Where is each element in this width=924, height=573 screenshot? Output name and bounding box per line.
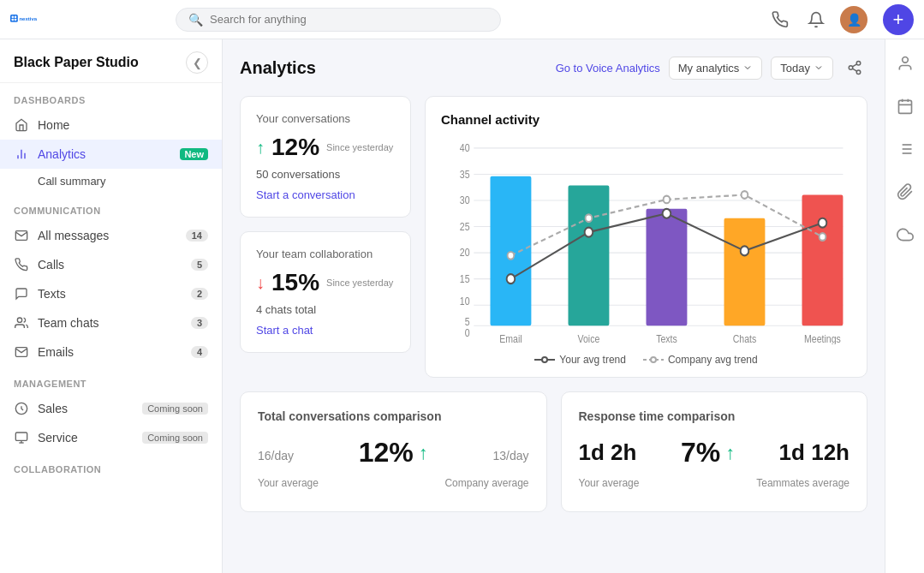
response-comparison-row: 1d 2h 7% ↑ 1d 12h: [579, 437, 850, 469]
svg-rect-40: [802, 194, 844, 325]
bar-chart: 40 35 30 25 20 15 10 5 0: [441, 139, 851, 344]
list-icon[interactable]: [891, 135, 919, 163]
svg-text:nextiva: nextiva: [19, 15, 37, 21]
response-time-card: Response time comparison 1d 2h 7% ↑ 1d 1…: [561, 391, 868, 512]
sidebar-item-call-summary[interactable]: Call summary: [0, 169, 222, 194]
main-content: Analytics Go to Voice Analytics My analy…: [223, 39, 885, 573]
sidebar-item-sales[interactable]: Sales Coming soon: [0, 394, 222, 423]
svg-point-50: [820, 233, 826, 241]
cloud-icon[interactable]: [891, 221, 919, 248]
svg-rect-2: [15, 15, 16, 17]
cards-row: Your conversations ↑ 12% Since yesterday…: [240, 96, 867, 378]
svg-rect-61: [898, 100, 911, 113]
svg-point-60: [902, 57, 908, 63]
response-teammates-avg: 1d 12h: [779, 439, 849, 466]
svg-point-42: [585, 228, 593, 237]
response-time-title: Response time comparison: [579, 409, 850, 423]
analytics-new-badge: New: [180, 148, 208, 160]
sales-coming-soon-badge: Coming soon: [142, 403, 208, 415]
collaboration-percent: 15%: [271, 269, 319, 296]
svg-text:Chats: Chats: [733, 333, 757, 344]
add-button[interactable]: +: [883, 4, 914, 35]
analytics-label: Analytics: [38, 147, 171, 161]
svg-text:30: 30: [460, 195, 470, 206]
sidebar-item-team-chats[interactable]: Team chats 3: [0, 308, 222, 337]
sidebar-item-all-messages[interactable]: All messages 14: [0, 221, 222, 250]
sales-icon: [14, 401, 29, 416]
svg-rect-38: [647, 209, 688, 325]
response-labels-row: Your average Teammates average: [579, 474, 850, 489]
search-input[interactable]: [210, 13, 488, 26]
total-comparison-row: 16/day 12% ↑ 13/day: [258, 437, 529, 469]
texts-icon: [14, 286, 29, 301]
svg-point-59: [651, 357, 656, 362]
page-title: Analytics: [240, 58, 556, 78]
service-label: Service: [38, 431, 134, 445]
svg-text:40: 40: [460, 143, 470, 154]
search-bar[interactable]: 🔍: [176, 8, 501, 32]
svg-text:15: 15: [460, 273, 470, 284]
notifications-icon[interactable]: [804, 8, 828, 32]
home-label: Home: [38, 118, 208, 132]
response-your-avg: 1d 2h: [579, 439, 637, 466]
svg-rect-0: [10, 15, 18, 22]
collaboration-count: 4 chats total: [256, 303, 395, 316]
sidebar-item-texts[interactable]: Texts 2: [0, 279, 222, 308]
sidebar-item-calls[interactable]: Calls 5: [0, 250, 222, 279]
today-dropdown[interactable]: Today: [771, 57, 833, 80]
response-your-label: Your average: [579, 477, 640, 489]
svg-line-18: [852, 64, 856, 67]
start-chat-link[interactable]: Start a chat: [256, 324, 313, 337]
svg-text:0: 0: [465, 328, 470, 339]
svg-text:5: 5: [465, 317, 470, 328]
sidebar-item-home[interactable]: Home: [0, 110, 222, 140]
sidebar-item-analytics[interactable]: Analytics New: [0, 140, 222, 169]
svg-line-17: [852, 69, 856, 71]
collaboration-metric: ↓ 15% Since yesterday: [256, 269, 395, 296]
sidebar-collapse-button[interactable]: ❮: [186, 51, 208, 74]
avatar[interactable]: 👤: [840, 6, 867, 33]
section-communication-label: Communication: [0, 194, 222, 221]
paperclip-icon[interactable]: [891, 178, 919, 206]
svg-point-41: [507, 274, 516, 284]
call-summary-label: Call summary: [38, 175, 105, 188]
svg-point-14: [856, 62, 861, 66]
svg-rect-3: [12, 18, 14, 20]
svg-text:Voice: Voice: [578, 333, 600, 344]
app-logo[interactable]: nextiva: [10, 6, 38, 33]
service-coming-soon-badge: Coming soon: [142, 432, 208, 444]
svg-point-48: [664, 196, 671, 204]
calls-label: Calls: [38, 258, 182, 272]
all-messages-badge: 14: [186, 230, 208, 242]
contact-icon[interactable]: [891, 50, 919, 77]
total-up-arrow: ↑: [419, 442, 428, 464]
start-conversation-link[interactable]: Start a conversation: [256, 188, 355, 201]
sidebar-item-service[interactable]: Service Coming soon: [0, 423, 222, 452]
analytics-icon: [14, 146, 29, 162]
svg-text:35: 35: [460, 169, 470, 180]
top-nav-icons: 👤: [768, 6, 867, 33]
response-pct: 7% ↑: [681, 437, 735, 469]
top-navigation: nextiva 🔍 👤 +: [0, 0, 924, 39]
svg-text:Texts: Texts: [656, 333, 677, 344]
phone-icon[interactable]: [768, 8, 792, 32]
go-to-voice-link[interactable]: Go to Voice Analytics: [556, 62, 660, 75]
my-analytics-dropdown[interactable]: My analytics: [669, 57, 763, 80]
svg-text:10: 10: [460, 296, 470, 307]
svg-rect-4: [15, 18, 16, 20]
team-chats-icon: [14, 315, 29, 331]
calendar-icon[interactable]: [891, 93, 919, 120]
svg-rect-37: [568, 186, 609, 326]
total-company-label: Company average: [444, 477, 528, 489]
calls-icon: [14, 257, 29, 272]
svg-point-45: [819, 218, 827, 228]
svg-rect-11: [15, 433, 27, 440]
team-chats-label: Team chats: [38, 316, 182, 330]
bottom-row: Total conversations comparison 16/day 12…: [240, 391, 867, 512]
texts-label: Texts: [38, 287, 182, 301]
conversations-metric: ↑ 12% Since yesterday: [256, 134, 395, 161]
sidebar-item-emails[interactable]: Emails 4: [0, 337, 222, 367]
chart-container: 40 35 30 25 20 15 10 5 0: [441, 139, 851, 361]
share-button[interactable]: [842, 55, 867, 81]
search-icon: 🔍: [188, 13, 203, 27]
